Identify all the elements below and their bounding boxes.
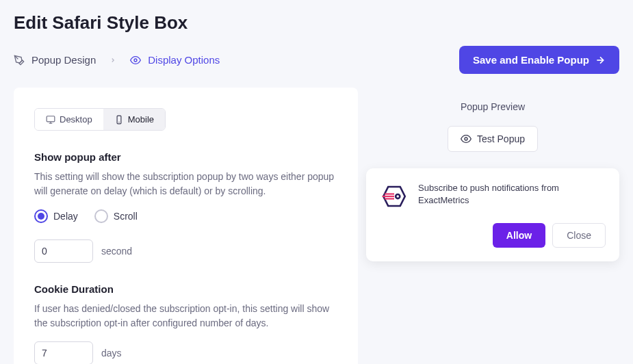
save-enable-button[interactable]: Save and Enable Popup: [459, 46, 619, 74]
radio-scroll-label: Scroll: [114, 211, 138, 222]
eye-icon: [461, 133, 471, 144]
trigger-radio-group: Delay Scroll: [34, 209, 337, 223]
breadcrumb-display-label: Display Options: [148, 54, 220, 66]
device-tab-group: Desktop Mobile: [34, 108, 166, 131]
tab-desktop-label: Desktop: [60, 114, 92, 125]
test-popup-button[interactable]: Test Popup: [448, 126, 538, 152]
popup-message: Subscribe to push notifications from Exa…: [418, 182, 606, 207]
tab-mobile[interactable]: Mobile: [103, 109, 165, 130]
svg-point-0: [134, 59, 137, 62]
brand-icon: [380, 182, 409, 211]
mobile-icon: [114, 115, 124, 125]
preview-panel: Popup Preview Test Popup: [366, 88, 619, 364]
svg-point-9: [397, 195, 400, 198]
svg-rect-2: [47, 116, 55, 121]
save-button-label: Save and Enable Popup: [473, 54, 589, 66]
svg-point-7: [465, 138, 467, 140]
desktop-icon: [46, 115, 55, 125]
cookie-unit: days: [101, 348, 122, 359]
settings-panel: Desktop Mobile Show popup after This set…: [14, 88, 358, 364]
design-icon: [14, 55, 25, 66]
close-button[interactable]: Close: [552, 223, 606, 248]
breadcrumb-popup-design[interactable]: Popup Design: [14, 54, 96, 66]
radio-delay[interactable]: Delay: [34, 209, 78, 223]
arrow-right-icon: [595, 55, 606, 66]
tab-mobile-label: Mobile: [128, 114, 154, 125]
header-row: Popup Design Display Options Save and En…: [0, 39, 633, 88]
breadcrumb-display-options[interactable]: Display Options: [130, 54, 220, 66]
page-title: Edit Safari Style Box: [0, 0, 633, 39]
cookie-input[interactable]: [34, 341, 93, 364]
delay-unit: second: [101, 246, 132, 257]
delay-input[interactable]: [34, 239, 93, 263]
preview-title: Popup Preview: [366, 101, 619, 112]
chevron-right-icon: [109, 55, 116, 66]
show-popup-desc: This setting will show the subscription …: [34, 170, 335, 198]
radio-delay-circle: [34, 209, 48, 223]
breadcrumb: Popup Design Display Options: [14, 54, 220, 66]
cookie-desc: If user has denied/closed the subscripti…: [34, 302, 335, 330]
radio-scroll[interactable]: Scroll: [94, 209, 138, 223]
test-popup-label: Test Popup: [477, 133, 525, 144]
cookie-title: Cookie Duration: [34, 283, 337, 295]
eye-icon: [130, 55, 141, 66]
radio-scroll-circle: [94, 209, 108, 223]
breadcrumb-design-label: Popup Design: [31, 54, 96, 66]
tab-desktop[interactable]: Desktop: [35, 109, 103, 130]
allow-button[interactable]: Allow: [493, 223, 545, 248]
radio-delay-label: Delay: [53, 211, 78, 222]
show-popup-title: Show popup after: [34, 151, 337, 163]
popup-preview-card: Subscribe to push notifications from Exa…: [366, 168, 619, 261]
